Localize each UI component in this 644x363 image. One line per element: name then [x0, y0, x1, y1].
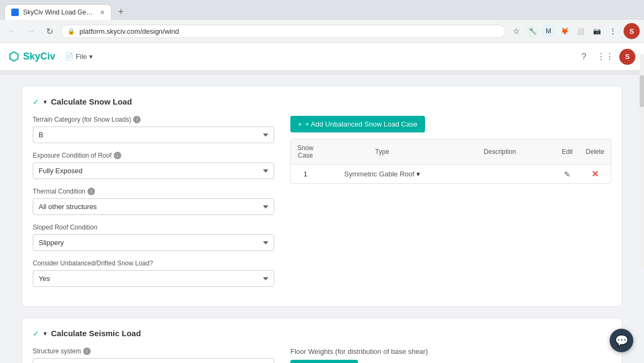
description-cell [444, 165, 555, 184]
thermal-condition-select[interactable]: All other structures [33, 198, 274, 215]
unbalanced-snow-field: Consider Unbalanced/Drifted Snow Load? Y… [33, 260, 274, 287]
exposure-condition-select[interactable]: Fully Exposed [33, 162, 274, 179]
screenshot-icon[interactable]: 📷 [590, 25, 603, 38]
file-icon: 📄 [65, 53, 74, 61]
address-bar[interactable]: 🔒 [61, 25, 506, 38]
terrain-info-icon[interactable]: i [133, 116, 141, 123]
exposure-condition-field: Exposure Condition of Roof i Fully Expos… [33, 152, 274, 179]
table-row: 1 Symmetric Gable Roof ▾ ✎ ✕ [291, 165, 611, 184]
edit-icon[interactable]: ✎ [564, 170, 570, 179]
seismic-chevron-icon[interactable]: ▾ [43, 330, 47, 337]
snow-collapse-toggle[interactable]: ✓ [33, 98, 39, 106]
snow-section-header: ✓ ▾ Calculate Snow Load [33, 97, 611, 106]
logo-icon: ⬡ [9, 50, 19, 64]
lock-icon: 🔒 [68, 28, 75, 35]
toolbar-icons: ☆ 🔧 M 🦊 ⬜ 📷 ⋮ [510, 25, 619, 38]
exposure-info-icon[interactable]: i [114, 152, 121, 159]
structure-system-field: Structure system i Steel Moment-Resistin… [33, 347, 274, 363]
logo-text: SkyCiv [23, 51, 55, 62]
terrain-category-field: Terrain Category (for Snow Loads) i B [33, 116, 274, 143]
snow-load-section: ✓ ▾ Calculate Snow Load Terrain Category… [21, 86, 623, 307]
user-avatar[interactable]: S [619, 49, 635, 65]
reload-button[interactable]: ↻ [43, 25, 56, 38]
logo-area: ⬡ SkyCiv 📄 File ▾ [9, 49, 98, 64]
sloped-roof-field: Sloped Roof Condition Slippery [33, 224, 274, 251]
active-tab[interactable]: SkyCiv Wind Load Genera... × [4, 4, 112, 20]
back-button[interactable]: ← [4, 25, 19, 37]
delete-col-header: Delete [579, 139, 611, 165]
snow-form-right: + + Add Unbalanced Snow Load Case Snow C… [290, 116, 611, 184]
extension-icon-1[interactable]: 🔧 [526, 25, 539, 38]
scrollbar-track[interactable] [640, 54, 644, 268]
new-tab-button[interactable]: + [114, 4, 128, 20]
help-icon[interactable]: ? [576, 49, 591, 64]
seismic-form-left: Structure system i Steel Moment-Resistin… [33, 347, 274, 363]
snow-section-title: Calculate Snow Load [51, 97, 132, 106]
structure-system-label: Structure system i [33, 347, 274, 355]
snow-form-left: Terrain Category (for Snow Loads) i B Ex… [33, 116, 274, 295]
floor-weights-label: Floor Weights (for distribution of base … [290, 347, 611, 355]
file-chevron-icon: ▾ [89, 53, 93, 61]
snow-case-table: Snow Case Type Description Edit [291, 139, 611, 183]
file-menu-button[interactable]: 📄 File ▾ [60, 49, 98, 64]
seismic-layout: Structure system i Steel Moment-Resistin… [33, 347, 611, 363]
structure-system-info-icon[interactable]: i [83, 347, 91, 355]
more-icon[interactable]: ⋮ [606, 25, 619, 38]
terrain-category-label: Terrain Category (for Snow Loads) i [33, 116, 274, 123]
seismic-load-section: ✓ ▾ Calculate Seismic Load Structure sys… [21, 317, 623, 363]
bookmark-star-icon[interactable]: ☆ [510, 25, 523, 38]
app-header: ⬡ SkyCiv 📄 File ▾ ? ⋮⋮ S [0, 43, 644, 71]
structure-system-select[interactable]: Steel Moment-Resisting Frames - Ct = 0.0… [33, 358, 274, 363]
file-label: File [76, 53, 87, 61]
sloped-roof-label: Sloped Roof Condition [33, 224, 274, 231]
header-right: ? ⋮⋮ S [576, 49, 635, 65]
tab-close-btn[interactable]: × [100, 8, 105, 17]
address-bar-row: ← → ↻ 🔒 ☆ 🔧 M 🦊 ⬜ 📷 ⋮ S [0, 20, 644, 42]
header-nav: 📄 File ▾ [60, 49, 98, 64]
tab-favicon [11, 9, 19, 16]
edit-cell: ✎ [555, 165, 580, 184]
snow-case-table-wrapper: Snow Case Type Description Edit [290, 139, 611, 184]
seismic-form-right: Floor Weights (for distribution of base … [290, 347, 611, 363]
top-divider [0, 71, 644, 75]
tab-title: SkyCiv Wind Load Genera... [23, 9, 96, 16]
snow-chevron-icon[interactable]: ▾ [43, 98, 47, 106]
browser-chrome: SkyCiv Wind Load Genera... × + ← → ↻ 🔒 ☆… [0, 0, 644, 43]
exposure-condition-label: Exposure Condition of Roof i [33, 152, 274, 159]
seismic-section-title: Calculate Seismic Load [51, 329, 141, 338]
add-floor-button[interactable]: + + Add Floor Data [290, 360, 358, 363]
scrollbar-thumb[interactable] [640, 75, 644, 107]
delete-cell: ✕ [579, 165, 611, 184]
seismic-section-header: ✓ ▾ Calculate Seismic Load [33, 329, 611, 338]
unbalanced-snow-label: Consider Unbalanced/Drifted Snow Load? [33, 260, 274, 267]
type-value: Symmetric Gable Roof [344, 170, 414, 178]
thermal-condition-label: Thermal Condition i [33, 188, 274, 195]
snow-case-col-header: Snow Case [291, 139, 320, 165]
type-cell[interactable]: Symmetric Gable Roof ▾ [320, 165, 444, 184]
main-content: ✓ ▾ Calculate Snow Load Terrain Category… [11, 75, 633, 363]
extension-icon-3[interactable]: 🦊 [558, 25, 571, 38]
description-col-header: Description [444, 139, 555, 165]
tab-bar: SkyCiv Wind Load Genera... × + [0, 0, 644, 20]
edit-col-header: Edit [555, 139, 580, 165]
url-input[interactable] [79, 27, 499, 35]
apps-grid-icon[interactable]: ⋮⋮ [598, 49, 613, 64]
thermal-info-icon[interactable]: i [87, 188, 95, 195]
add-snow-case-button[interactable]: + + Add Unbalanced Snow Load Case [290, 116, 425, 132]
type-dropdown-arrow[interactable]: ▾ [416, 170, 420, 178]
seismic-collapse-toggle[interactable]: ✓ [33, 329, 39, 338]
extension-icon-2[interactable]: M [542, 25, 555, 38]
chat-widget-button[interactable]: 💬 [610, 329, 633, 352]
sloped-roof-select[interactable]: Slippery [33, 234, 274, 251]
profile-avatar[interactable]: S [624, 23, 640, 39]
forward-button[interactable]: → [24, 25, 39, 37]
snow-layout: Terrain Category (for Snow Loads) i B Ex… [33, 116, 611, 295]
thermal-condition-field: Thermal Condition i All other structures [33, 188, 274, 215]
snow-case-cell: 1 [291, 165, 320, 184]
extension-icon-4[interactable]: ⬜ [574, 25, 587, 38]
type-col-header: Type [320, 139, 444, 165]
add-snow-case-plus-icon: + [298, 120, 302, 128]
delete-icon[interactable]: ✕ [591, 169, 598, 179]
unbalanced-snow-select[interactable]: Yes [33, 270, 274, 287]
terrain-category-select[interactable]: B [33, 127, 274, 143]
